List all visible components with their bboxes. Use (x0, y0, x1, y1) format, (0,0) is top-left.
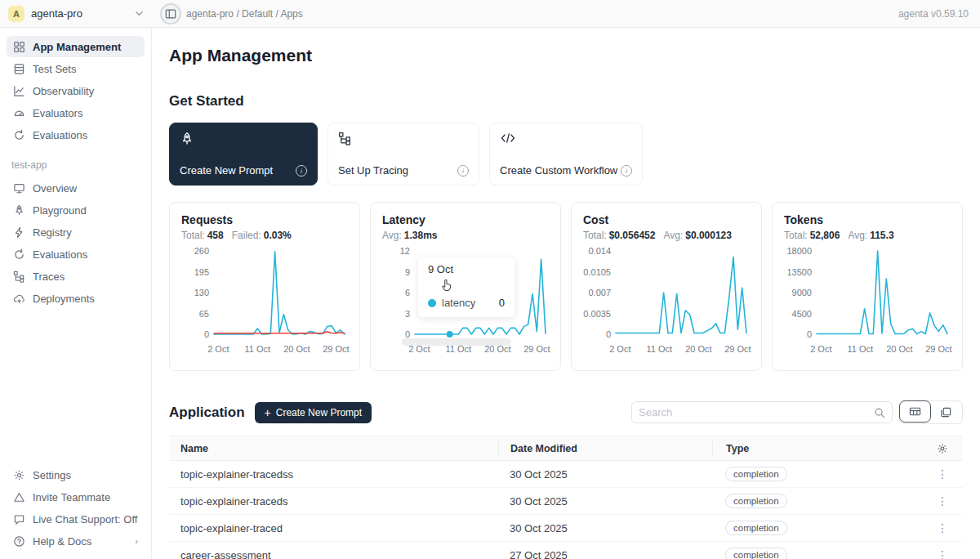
refresh-icon (13, 129, 25, 141)
page-title: App Management (169, 46, 963, 65)
card-view-button[interactable] (930, 401, 962, 423)
create-new-prompt-card[interactable]: Create New Prompt i (169, 123, 318, 186)
table-view-button[interactable] (899, 400, 931, 423)
application-heading: Application (169, 405, 245, 421)
table-settings-gear-icon[interactable] (937, 443, 948, 454)
requests-line-chart[interactable]: 2601951306502 Oct11 Oct20 Oct29 Oct (181, 243, 348, 362)
svg-text:130: 130 (194, 288, 209, 297)
create-custom-workflow-card[interactable]: Create Custom Workflow i (489, 123, 643, 186)
card-label: Set Up Tracing (338, 164, 408, 177)
cost-line-chart[interactable]: 0.0140.01050.0070.003502 Oct11 Oct20 Oct… (583, 243, 750, 362)
table-row[interactable]: topic-explainer-tracedss 30 Oct 2025 com… (169, 461, 963, 488)
tokens-chart-card: Tokens Total:52,806 Avg:115.3 1800013500… (772, 202, 963, 371)
sidebar-item-label: Overview (33, 182, 77, 195)
workspace-switcher[interactable]: A agenta-pro (0, 6, 152, 22)
app-name: career-assessment (169, 549, 498, 559)
row-menu-kebab-icon[interactable]: ⋮ (937, 548, 948, 559)
sidebar-item-label: App Management (33, 41, 121, 53)
row-menu-kebab-icon[interactable]: ⋮ (937, 521, 948, 534)
sidebar-item-label: Playground (33, 204, 87, 217)
chevron-down-icon (135, 9, 144, 18)
tooltip-series-row: latency 0 (428, 297, 505, 309)
sidebar-item-label: Help & Docs (33, 535, 91, 548)
refresh-icon (13, 248, 25, 261)
sidebar-item-live-chat[interactable]: Live Chat Support: Off (7, 508, 145, 530)
table-row[interactable]: topic-explainer-traceds 30 Oct 2025 comp… (169, 488, 963, 515)
svg-text:2 Oct: 2 Oct (609, 344, 630, 354)
info-icon[interactable]: i (457, 165, 469, 177)
create-new-prompt-button[interactable]: + Create New Prompt (255, 402, 372, 423)
table-row[interactable]: career-assessment 27 Oct 2025 completion… (169, 542, 963, 559)
svg-text:0: 0 (405, 329, 410, 339)
set-up-tracing-card[interactable]: Set Up Tracing i (327, 123, 479, 186)
cost-chart-card: Cost Total:$0.056452 Avg:$0.000123 0.014… (571, 202, 762, 371)
latency-chart-card: Latency Avg:1.38ms 1296302 Oct11 Oct20 O… (370, 202, 561, 371)
rocket-icon (180, 132, 307, 146)
sidebar-item-test-sets[interactable]: Test Sets (7, 58, 145, 79)
svg-text:0.0035: 0.0035 (583, 309, 611, 319)
get-started-heading: Get Started (169, 93, 963, 110)
row-menu-kebab-icon[interactable]: ⋮ (937, 494, 948, 508)
top-bar: A agenta-pro agenta-pro / Default / Apps… (0, 0, 980, 28)
table-row[interactable]: topic-explainer-traced 30 Oct 2025 compl… (169, 515, 963, 542)
svg-text:65: 65 (199, 309, 209, 319)
sidebar-item-overview[interactable]: Overview (7, 177, 145, 199)
sidebar-item-label: Invite Teammate (33, 491, 110, 503)
sidebar: App Management Test Sets Observability E… (0, 28, 152, 559)
sidebar-item-observability[interactable]: Observability (7, 80, 145, 101)
trace-tree-icon (338, 132, 469, 145)
breadcrumb[interactable]: agenta-pro / Default / Apps (186, 8, 898, 20)
card-label: Create Custom Workflow (500, 164, 617, 177)
svg-text:11 Oct: 11 Oct (647, 344, 673, 354)
sidebar-item-label: Test Sets (33, 63, 76, 75)
question-circle-icon (13, 535, 25, 548)
sidebar-item-label: Evaluators (33, 107, 82, 119)
sidebar-item-deployments[interactable]: Deployments (7, 288, 145, 309)
svg-text:29 Oct: 29 Oct (724, 344, 751, 354)
sidebar-item-evaluations[interactable]: Evaluations (7, 124, 145, 145)
sidebar-item-traces[interactable]: Traces (7, 266, 145, 287)
sidebar-item-registry[interactable]: Registry (7, 221, 145, 243)
info-icon[interactable]: i (296, 165, 307, 177)
sidebar-item-invite-teammate[interactable]: Invite Teammate (7, 486, 145, 508)
sidebar-item-playground[interactable]: Playground (7, 199, 145, 221)
app-name: topic-explainer-tracedss (169, 468, 498, 481)
sidebar-item-evaluations-app[interactable]: Evaluations (7, 244, 145, 265)
tooltip-value: 0 (499, 297, 505, 309)
tokens-line-chart[interactable]: 18000135009000450002 Oct11 Oct20 Oct29 O… (784, 243, 951, 362)
sidebar-collapse-button[interactable] (160, 3, 181, 25)
svg-text:0: 0 (807, 329, 812, 339)
column-header-date-modified[interactable]: Date Modified (498, 441, 712, 456)
sidebar-item-settings[interactable]: Settings (7, 464, 145, 485)
app-name: topic-explainer-traceds (169, 495, 498, 508)
search-input[interactable] (639, 406, 874, 418)
chart-stats: Total:$0.056452 Avg:$0.000123 (583, 230, 750, 241)
sidebar-item-help-docs[interactable]: Help & Docs › (7, 530, 145, 552)
app-name: topic-explainer-traced (169, 522, 498, 534)
trace-tree-icon (13, 271, 25, 283)
row-menu-kebab-icon[interactable]: ⋮ (937, 467, 948, 481)
hand-cursor-icon (439, 278, 454, 293)
rocket-icon (13, 204, 25, 217)
svg-text:195: 195 (194, 267, 209, 277)
table-view-icon (909, 405, 921, 418)
sidebar-item-label: Traces (33, 271, 65, 283)
sidebar-item-label: Evaluations (33, 129, 87, 141)
sidebar-section-label: test-app (11, 159, 140, 171)
sidebar-item-evaluators[interactable]: Evaluators (7, 102, 145, 123)
tooltip-date: 9 Oct (428, 263, 505, 275)
sidebar-item-app-management[interactable]: App Management (7, 36, 145, 57)
svg-text:2 Oct: 2 Oct (207, 344, 229, 354)
requests-chart-card: Requests Total:458 Failed:0.03% 26019513… (169, 202, 360, 371)
monitor-icon (13, 182, 25, 195)
info-icon[interactable]: i (621, 165, 632, 177)
type-badge: completion (725, 494, 787, 508)
applications-table: Name Date Modified Type topic-explainer-… (169, 436, 963, 559)
sidebar-spacer (7, 310, 145, 464)
get-started-cards: Create New Prompt i Set Up Tracing i Cre… (169, 123, 963, 186)
code-icon (500, 132, 632, 145)
column-header-name[interactable]: Name (169, 443, 498, 454)
search-icon[interactable] (874, 407, 885, 418)
column-header-type[interactable]: Type (712, 441, 890, 456)
sidebar-item-label: Settings (33, 469, 71, 481)
